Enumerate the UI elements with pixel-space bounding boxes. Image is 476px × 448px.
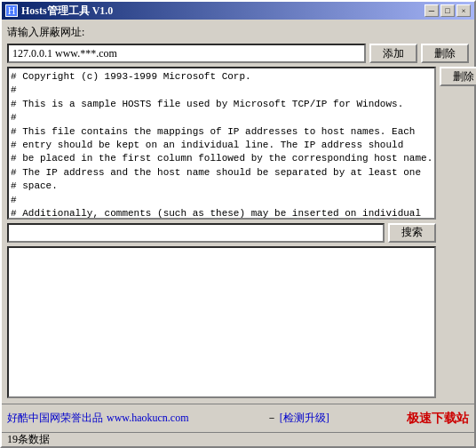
minimize-button[interactable]: ─ xyxy=(424,4,439,17)
maximize-button[interactable]: □ xyxy=(440,4,455,17)
add-button[interactable]: 添加 xyxy=(369,44,417,63)
url-label: 请输入屏蔽网址: xyxy=(7,25,469,40)
status-bar: 19条数据 xyxy=(2,432,474,446)
main-window: H Hosts管理工具 V1.0 ─ □ × 请输入屏蔽网址: 添加 删除 # … xyxy=(0,0,476,448)
title-bar: H Hosts管理工具 V1.0 ─ □ × xyxy=(2,2,474,20)
close-button[interactable]: × xyxy=(456,4,471,17)
title-buttons: ─ □ × xyxy=(424,4,471,17)
separator: － xyxy=(266,412,277,424)
main-area: # Copyright (c) 1993-1999 Microsoft Corp… xyxy=(7,67,469,398)
content-area: 请输入屏蔽网址: 添加 删除 # Copyright (c) 1993-1999… xyxy=(2,20,474,404)
brand-text: 好酷中国网荣誉出品 xyxy=(7,411,103,426)
search-input[interactable] xyxy=(7,223,385,243)
app-icon: H xyxy=(5,4,18,17)
delete-button-2[interactable]: 删除 xyxy=(440,67,476,86)
url-input[interactable] xyxy=(7,44,366,63)
footer-left: 好酷中国网荣誉出品 www.haokucn.com xyxy=(7,411,189,426)
search-row: 搜索 xyxy=(7,223,436,243)
search-button[interactable]: 搜索 xyxy=(388,223,436,243)
status-text: 19条数据 xyxy=(7,432,50,447)
right-panel: 删除 xyxy=(440,67,476,398)
result-text-area[interactable] xyxy=(7,246,436,399)
title-bar-left: H Hosts管理工具 V1.0 xyxy=(5,4,113,19)
window-title: Hosts管理工具 V1.0 xyxy=(21,4,113,19)
footer-center: － [检测升级] xyxy=(266,411,329,426)
upgrade-link[interactable]: [检测升级] xyxy=(280,412,329,424)
footer: 好酷中国网荣誉出品 www.haokucn.com － [检测升级] 极速下载站 xyxy=(2,404,474,432)
footer-tagline: 极速下载站 xyxy=(407,411,469,427)
left-panel: # Copyright (c) 1993-1999 Microsoft Corp… xyxy=(7,67,436,398)
hosts-text-area[interactable]: # Copyright (c) 1993-1999 Microsoft Corp… xyxy=(7,67,436,220)
website-link[interactable]: www.haokucn.com xyxy=(107,412,189,425)
top-row: 添加 删除 xyxy=(7,44,469,63)
delete-button-1[interactable]: 删除 xyxy=(421,44,469,63)
app-icon-text: H xyxy=(8,4,16,18)
